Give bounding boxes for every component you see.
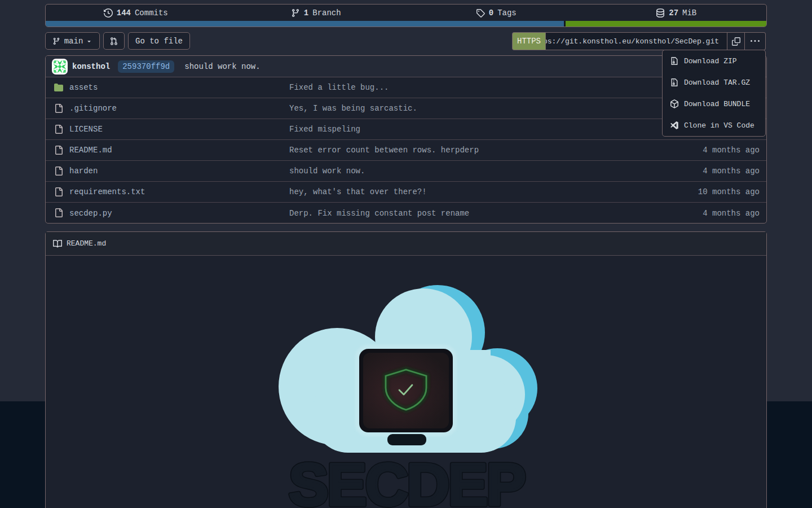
svg-text:SECDEP: SECDEP bbox=[289, 451, 524, 508]
